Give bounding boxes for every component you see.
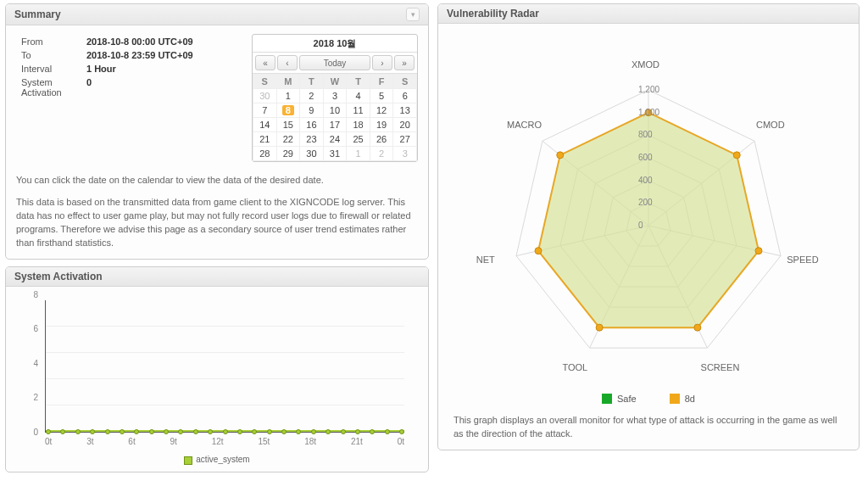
calendar-day[interactable]: 12 <box>370 103 393 118</box>
activation-point <box>326 429 331 434</box>
calendar-day[interactable]: 26 <box>370 132 393 147</box>
calendar-day[interactable]: 30 <box>253 89 277 103</box>
calendar-day[interactable]: 8 <box>276 103 300 118</box>
calendar-last-icon[interactable]: » <box>394 55 415 70</box>
radar-tick: 0 <box>638 221 643 230</box>
legend-swatch-icon <box>184 456 192 465</box>
radar-axis-label: SCREEN <box>701 362 740 372</box>
calendar-day[interactable]: 9 <box>300 103 324 118</box>
calendar-day[interactable]: 21 <box>253 132 277 147</box>
activation-point <box>120 429 125 434</box>
calendar-day[interactable]: 23 <box>300 132 324 147</box>
activation-point <box>311 429 316 434</box>
calendar-day[interactable]: 2 <box>370 147 393 161</box>
activation-x-tick: 0t <box>45 437 52 446</box>
radar-legend: Safe 8d <box>447 394 850 405</box>
activation-legend: active_system <box>21 455 413 464</box>
calendar-day[interactable]: 16 <box>300 118 324 132</box>
interval-value: 1 Hour <box>83 63 197 75</box>
activation-point <box>237 429 242 434</box>
activation-x-tick: 0t <box>398 437 404 446</box>
activation-point <box>193 429 198 434</box>
svg-point-9 <box>755 248 762 254</box>
calendar-dow: T <box>300 75 324 89</box>
calendar-day[interactable]: 5 <box>370 89 393 103</box>
calendar-day[interactable]: 3 <box>393 147 417 161</box>
calendar-day[interactable]: 30 <box>300 147 324 161</box>
calendar-day[interactable]: 29 <box>276 147 300 161</box>
radar-axis-label: TOOL <box>562 362 587 372</box>
legend-safe-swatch-icon <box>602 394 612 404</box>
activation-x-tick: 12t <box>212 437 224 446</box>
from-label: From <box>18 36 81 48</box>
calendar-day[interactable]: 27 <box>393 132 417 147</box>
legend-safe-label: Safe <box>617 394 637 404</box>
activation-point <box>90 429 95 434</box>
radar-header: Vulnerability Radar <box>438 4 859 24</box>
calendar-dow: T <box>347 75 370 89</box>
calendar-day[interactable]: 19 <box>370 118 393 132</box>
calendar-day[interactable]: 13 <box>393 103 417 118</box>
svg-point-11 <box>596 324 603 331</box>
calendar-day[interactable]: 10 <box>323 103 347 118</box>
calendar-day[interactable]: 4 <box>347 89 370 103</box>
summary-desc-2: This data is based on the transmitted da… <box>16 196 418 250</box>
calendar-today-button[interactable]: Today <box>299 55 370 70</box>
activation-point <box>223 429 228 434</box>
activation-x-tick: 3t <box>86 437 93 446</box>
radar-axis-label: NET <box>476 254 495 265</box>
calendar-next-icon[interactable]: › <box>372 55 392 70</box>
activation-point <box>252 429 257 434</box>
svg-point-13 <box>557 152 564 159</box>
collapse-icon[interactable]: ▾ <box>406 8 420 21</box>
calendar-day[interactable]: 20 <box>393 118 417 132</box>
calendar: 2018 10월 « ‹ Today › » SMTWTFS 301234567… <box>252 34 418 162</box>
summary-desc-1: You can click the date on the calendar t… <box>16 174 418 187</box>
calendar-dow: S <box>253 75 277 89</box>
radar-tick: 1,000 <box>638 108 659 117</box>
activation-point <box>267 429 272 434</box>
calendar-day[interactable]: 31 <box>323 147 347 161</box>
activation-point <box>370 429 375 434</box>
activation-point <box>134 429 139 434</box>
calendar-day[interactable]: 15 <box>276 118 300 132</box>
calendar-day[interactable]: 14 <box>253 118 277 132</box>
radar-description: This graph displays an overall monitor f… <box>447 414 850 441</box>
interval-label: Interval <box>18 63 81 75</box>
summary-title: Summary <box>14 8 61 20</box>
system-activation-panel: System Activation 86420 0t3t6t9t12t15t18… <box>5 266 429 472</box>
summary-meta: From 2018-10-8 00:00 UTC+09 To 2018-10-8… <box>16 34 240 162</box>
calendar-day[interactable]: 6 <box>393 89 417 103</box>
radar-title: Vulnerability Radar <box>447 8 539 20</box>
calendar-day[interactable]: 25 <box>347 132 370 147</box>
calendar-day[interactable]: 2 <box>300 89 324 103</box>
calendar-day[interactable]: 7 <box>253 103 277 118</box>
calendar-dow: F <box>370 75 393 89</box>
calendar-day[interactable]: 1 <box>276 89 300 103</box>
legend-8d-label: 8d <box>685 394 695 404</box>
from-value: 2018-10-8 00:00 UTC+09 <box>83 36 197 48</box>
calendar-first-icon[interactable]: « <box>255 55 275 70</box>
calendar-day[interactable]: 18 <box>347 118 370 132</box>
calendar-dow: S <box>393 75 417 89</box>
calendar-dow: W <box>323 75 347 89</box>
activation-point <box>399 429 404 434</box>
summary-panel: Summary ▾ From 2018-10-8 00:00 UTC+09 To… <box>5 3 429 260</box>
activation-point <box>149 429 154 434</box>
calendar-prev-icon[interactable]: ‹ <box>277 55 298 70</box>
calendar-day[interactable]: 28 <box>253 147 277 161</box>
calendar-dow: M <box>276 75 300 89</box>
vulnerability-radar-panel: Vulnerability Radar XMODCMODSPEEDSCREENT… <box>437 3 860 450</box>
calendar-day[interactable]: 11 <box>347 103 370 118</box>
radar-axis-label: MACRO <box>507 120 542 130</box>
calendar-day[interactable]: 22 <box>276 132 300 147</box>
activation-point <box>355 429 360 434</box>
to-value: 2018-10-8 23:59 UTC+09 <box>83 49 197 61</box>
activation-point <box>46 429 51 434</box>
legend-8d-swatch-icon <box>670 394 680 404</box>
calendar-day[interactable]: 1 <box>347 147 370 161</box>
calendar-day[interactable]: 3 <box>323 89 347 103</box>
calendar-day[interactable]: 17 <box>323 118 347 132</box>
activation-point <box>281 429 287 434</box>
calendar-day[interactable]: 24 <box>323 132 347 147</box>
